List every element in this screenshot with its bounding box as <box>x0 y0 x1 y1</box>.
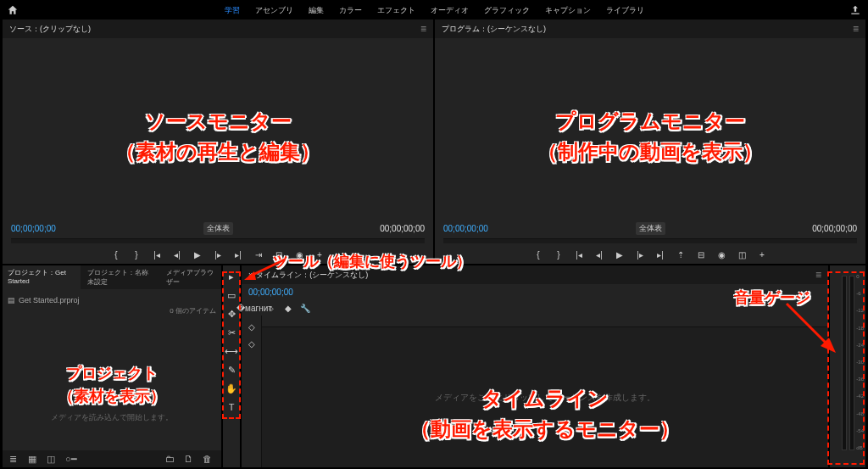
tool-button[interactable]: T <box>225 401 237 413</box>
annotation-project: プロジェクト（素材を表示） <box>58 362 165 408</box>
meter-tick: -36 <box>856 377 864 382</box>
delete-icon[interactable]: 🗑 <box>203 454 214 464</box>
program-scrubber[interactable] <box>443 238 857 243</box>
timeline-ruler[interactable] <box>262 315 828 327</box>
workspace-tab[interactable]: オーディオ <box>431 5 469 16</box>
audio-meter-panel: 0-6-12-18-24-30-36-42-48-54dB <box>829 265 866 468</box>
panel-menu-icon[interactable]: ≡ <box>815 269 821 281</box>
workspace-tab[interactable]: エフェクト <box>377 5 415 16</box>
mark-out-icon[interactable]: } <box>553 248 565 260</box>
project-footer: ≣ ▦ ◫ ○━ 🗀 🗋 🗑 <box>3 450 221 467</box>
workspace-tab[interactable]: グラフィック <box>484 5 530 16</box>
timeline-title-text: タイムライン：(シーケンスなし) <box>256 270 368 281</box>
program-title-text: プログラム：(シーケンスなし) <box>442 24 546 35</box>
project-bin[interactable]: ▤ Get Started.prproj 0 個のアイテム プロジェクト（素材を… <box>3 289 221 450</box>
timeline-track-controls: ◇ ◇ <box>242 315 262 467</box>
source-scrubber[interactable] <box>11 238 425 243</box>
meter-scale: 0-6-12-18-24-30-36-42-48-54dB <box>856 274 864 450</box>
tool-button[interactable]: ✥ <box>225 308 237 320</box>
export-frame-icon[interactable]: ◉ <box>715 248 727 260</box>
source-panel-title: ソース：(クリップなし) ≡ <box>3 20 433 38</box>
workspace-tab[interactable]: 学習 <box>225 5 240 16</box>
settings-plus-icon[interactable]: + <box>314 248 326 260</box>
source-monitor[interactable]: ソースモニター（素材の再生と編集） <box>3 38 433 219</box>
meter-left <box>842 276 847 450</box>
wrench-icon[interactable]: 🔧 <box>299 302 311 314</box>
step-back-icon[interactable]: ◂| <box>593 248 605 260</box>
source-tc-in[interactable]: 00;00;00;00 <box>11 224 56 233</box>
overwrite-icon[interactable]: ⊡ <box>273 248 285 260</box>
new-item-icon[interactable]: 🗋 <box>184 454 196 464</box>
toggle-icon[interactable]: ◇ <box>246 321 258 332</box>
settings-plus-icon[interactable]: + <box>756 248 768 260</box>
tool-button[interactable]: ✋ <box>225 382 237 394</box>
program-monitor[interactable]: プログラムモニター（制作中の動画を表示） <box>435 38 865 219</box>
lift-icon[interactable]: ⇡ <box>675 248 687 260</box>
play-icon[interactable]: ▶ <box>614 248 626 260</box>
go-out-icon[interactable]: ▸| <box>232 248 244 260</box>
program-fit-dropdown[interactable]: 全体表 <box>636 222 665 235</box>
source-tc-out: 00;00;00;00 <box>380 224 425 233</box>
file-icon: ▤ <box>8 296 15 304</box>
timeline-header: 00;00;00;00 <box>242 284 828 300</box>
meter-tick: -6 <box>856 291 864 296</box>
mark-out-icon[interactable]: } <box>131 248 142 260</box>
freeform-view-icon[interactable]: ◫ <box>47 454 58 464</box>
source-fit-dropdown[interactable]: 全体表 <box>203 222 233 235</box>
go-in-icon[interactable]: |◂ <box>151 248 163 260</box>
timeline-drop-area[interactable]: メディアをここにドロップしてシーケンスを作成します。 タイムライン（動画を表示す… <box>262 327 828 467</box>
workspace-tab[interactable]: キャプション <box>545 5 591 16</box>
tool-button[interactable]: ▭ <box>225 289 237 301</box>
list-view-icon[interactable]: ≣ <box>9 454 21 464</box>
marker-icon[interactable]: ◆ <box>282 302 294 314</box>
project-file-row: ▤ Get Started.prproj <box>8 296 216 304</box>
workspace-tabs: 学習アセンブリ編集カラーエフェクトオーディオグラフィックキャプションライブラリ <box>19 5 849 16</box>
insert-icon[interactable]: ⇥ <box>253 248 264 260</box>
timeline-timecode[interactable]: 00;00;00;00 <box>248 288 293 297</box>
meter-right <box>849 276 854 450</box>
program-monitor-panel: プログラム：(シーケンスなし) ≡ プログラムモニター（制作中の動画を表示） 0… <box>434 19 866 265</box>
tool-button[interactable]: ✂ <box>225 327 237 338</box>
workspace-tab[interactable]: アセンブリ <box>255 5 293 16</box>
meter-tick: -24 <box>856 343 864 348</box>
source-transport: { } |◂ ◂| ▶ |▸ ▸| ⇥ ⊡ ◉ + <box>3 245 433 264</box>
step-fwd-icon[interactable]: |▸ <box>634 248 646 260</box>
project-tab[interactable]: プロジェクト：名称未設定 <box>82 265 159 289</box>
timeline-controls: �магнит ⟐ ◆ 🔧 <box>242 300 828 315</box>
toggle-icon[interactable]: ◇ <box>246 338 258 349</box>
linked-select-icon[interactable]: ⟐ <box>265 302 277 314</box>
play-icon[interactable]: ▶ <box>192 248 203 260</box>
mark-in-icon[interactable]: { <box>532 248 544 260</box>
workspace-tab[interactable]: ライブラリ <box>606 5 644 16</box>
export-frame-icon[interactable]: ◉ <box>293 248 305 260</box>
program-tc-in[interactable]: 00;00;00;00 <box>443 224 488 233</box>
timeline-title-tab[interactable]: × タイムライン：(シーケンスなし) ≡ <box>242 265 828 284</box>
project-tab[interactable]: メディアブラウザー <box>161 265 221 289</box>
home-icon[interactable] <box>7 4 19 16</box>
meter-tick: 0 <box>856 274 864 279</box>
panel-menu-icon[interactable]: ≡ <box>853 23 859 35</box>
go-out-icon[interactable]: ▸| <box>654 248 666 260</box>
project-filename: Get Started.prproj <box>19 296 80 304</box>
go-in-icon[interactable]: |◂ <box>573 248 585 260</box>
snap-icon[interactable]: �магнит <box>248 302 260 314</box>
meter-tick: -12 <box>856 308 864 313</box>
panel-menu-icon[interactable]: ≡ <box>420 23 426 35</box>
icon-view-icon[interactable]: ▦ <box>28 454 40 464</box>
share-icon[interactable] <box>849 4 861 16</box>
project-tabs: プロジェクト：Get Startedプロジェクト：名称未設定メディアブラウザー <box>3 265 221 289</box>
extract-icon[interactable]: ⊟ <box>695 248 707 260</box>
source-title-text: ソース：(クリップなし) <box>9 24 91 35</box>
new-bin-icon[interactable]: 🗀 <box>165 454 177 464</box>
workspace-tab[interactable]: 編集 <box>309 5 324 16</box>
zoom-slider-icon[interactable]: ○━ <box>65 454 77 464</box>
project-tab[interactable]: プロジェクト：Get Started <box>3 265 81 289</box>
workspace-tab[interactable]: カラー <box>339 5 362 16</box>
tool-button[interactable]: ▸ <box>225 271 237 282</box>
step-back-icon[interactable]: ◂| <box>171 248 183 260</box>
mark-in-icon[interactable]: { <box>110 248 122 260</box>
tool-button[interactable]: ⟷ <box>225 345 237 357</box>
compare-icon[interactable]: ◫ <box>736 248 748 260</box>
step-fwd-icon[interactable]: |▸ <box>212 248 224 260</box>
tool-button[interactable]: ✎ <box>225 364 237 376</box>
